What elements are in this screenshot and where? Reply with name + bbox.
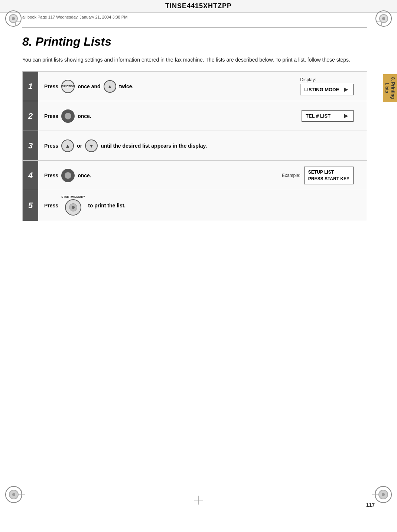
down-arrow-button-3[interactable]: ▼: [85, 139, 98, 152]
step-3-content: Press ▲ or ▼ until the desired list appe…: [38, 131, 367, 160]
step-number-4: 4: [23, 161, 38, 190]
step1-suffix: twice.: [119, 83, 134, 89]
step-number-5: 5: [23, 190, 38, 221]
bottom-right-crosshair: [372, 490, 379, 499]
circle-decoration-tl: [5, 10, 22, 27]
steps-container: 1 Press FUNCTION once and ▲ twice. Displ…: [22, 71, 367, 221]
circle-decoration-tr: [375, 10, 392, 27]
step-row-4: 4 Press once. Example: SETUP LIST PRESS …: [23, 161, 367, 190]
start-memory-label-top: START/MEMORY: [61, 196, 85, 198]
page-metadata: all.book Page 117 Wednesday, January 21,…: [22, 15, 375, 19]
step-4-content: Press once. Example: SETUP LIST PRESS ST…: [38, 161, 367, 190]
document-title: TINSE4415XHTZPP: [165, 2, 232, 10]
section-title: 8. Printing Lists: [22, 35, 367, 49]
step1-display: Display: LISTING MODE ►: [300, 77, 361, 95]
step-number-1: 1: [23, 72, 38, 101]
step4-press-label: Press: [44, 173, 58, 178]
step2-display: TEL # LIST ►: [302, 110, 361, 122]
step-row-1: 1 Press FUNCTION once and ▲ twice. Displ…: [23, 72, 367, 101]
display-box-1: LISTING MODE ►: [300, 84, 354, 95]
step1-middle-text: once and: [78, 83, 100, 89]
step-number-3: 3: [23, 131, 38, 160]
start-memory-group: START/MEMORY: [61, 196, 85, 216]
display-label: Display:: [300, 77, 316, 82]
up-arrow-button-3[interactable]: ▲: [61, 139, 74, 152]
display-box-2: TEL # LIST ►: [302, 110, 354, 122]
step5-press-label: Press: [44, 203, 58, 208]
document-header: TINSE4415XHTZPP: [0, 0, 397, 13]
example-container: Example: SETUP LIST PRESS START KEY: [282, 167, 361, 184]
enter-button-4[interactable]: [61, 169, 75, 182]
display-arrow-2: ►: [343, 112, 349, 120]
step-number-2: 2: [23, 101, 38, 131]
top-rule: [22, 27, 367, 27]
step2-press-label: Press: [44, 113, 58, 119]
up-arrow-button[interactable]: ▲: [104, 80, 116, 93]
step-row-3: 3 Press ▲ or ▼ until the desired list ap…: [23, 131, 367, 161]
step-2-content: Press once. TEL # LIST ►: [38, 101, 367, 131]
example-label: Example:: [282, 173, 300, 178]
step5-suffix: to print the list.: [88, 203, 126, 208]
step3-press-label: Press: [44, 143, 58, 149]
intro-paragraph: You can print lists showing settings and…: [22, 56, 367, 64]
page-number: 117: [366, 502, 375, 508]
step-row-2: 2 Press once. TEL # LIST ►: [23, 101, 367, 131]
example-box: SETUP LIST PRESS START KEY: [304, 167, 354, 184]
step3-or-text: or: [77, 143, 82, 149]
main-content: 8. Printing Lists You can print lists sh…: [22, 27, 367, 221]
start-memory-button[interactable]: [65, 199, 81, 216]
function-button[interactable]: FUNCTION: [61, 80, 75, 93]
step3-suffix: until the desired list appears in the di…: [101, 143, 207, 149]
display-arrow-1: ►: [343, 86, 349, 93]
side-tab-printing-lists: 8. Printing Lists: [383, 74, 397, 102]
step2-suffix: once.: [78, 113, 91, 119]
step1-press-label: Press: [44, 83, 58, 89]
step-1-content: Press FUNCTION once and ▲ twice. Display…: [38, 72, 367, 101]
bottom-left-crosshair: [18, 490, 25, 499]
step-row-5: 5 Press START/MEMORY to print the list.: [23, 190, 367, 221]
step-5-content: Press START/MEMORY to print the list.: [38, 190, 367, 221]
enter-button-2[interactable]: [61, 109, 75, 123]
step4-suffix: once.: [78, 173, 91, 178]
bottom-center-crosshair: [194, 496, 203, 506]
